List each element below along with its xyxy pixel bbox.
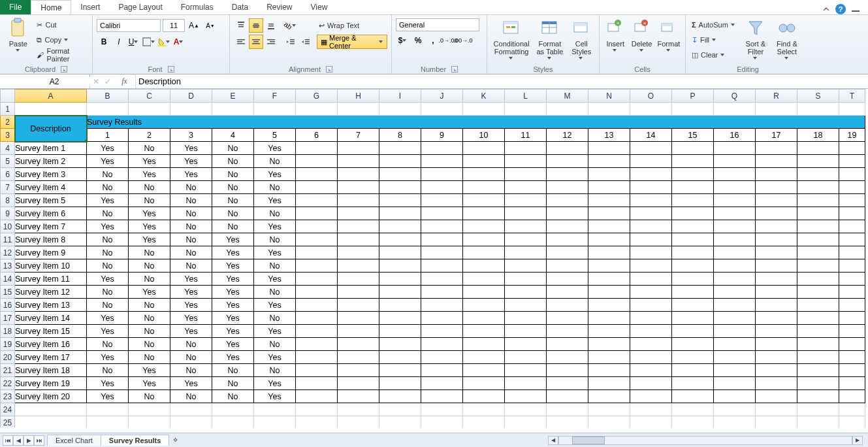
cell[interactable] [756, 168, 797, 181]
cell[interactable] [839, 194, 865, 207]
cell[interactable]: No [212, 181, 254, 194]
cell[interactable]: No [212, 390, 254, 403]
cell[interactable] [463, 312, 505, 325]
cell[interactable]: No [212, 207, 254, 220]
cell[interactable]: Yes [254, 220, 296, 233]
cell[interactable]: No [212, 155, 254, 168]
survey-col-6[interactable]: 6 [296, 129, 338, 142]
fx-icon[interactable]: fx [116, 76, 133, 86]
cell[interactable] [714, 416, 756, 428]
cell[interactable] [379, 168, 421, 181]
cell[interactable] [421, 273, 463, 286]
col-header-R[interactable]: R [756, 90, 797, 103]
cell[interactable] [839, 299, 865, 312]
cell[interactable] [756, 233, 797, 246]
cell[interactable]: Yes [212, 351, 254, 364]
cell[interactable] [379, 233, 421, 246]
cell[interactable] [296, 299, 338, 312]
cell[interactable] [421, 220, 463, 233]
cell[interactable] [588, 416, 630, 428]
cell[interactable] [379, 390, 421, 403]
cell[interactable] [421, 325, 463, 338]
cell[interactable] [505, 103, 547, 116]
cell[interactable] [547, 312, 588, 325]
cell[interactable] [505, 246, 547, 259]
col-header-H[interactable]: H [338, 90, 379, 103]
cell[interactable]: No [212, 220, 254, 233]
cell[interactable] [505, 364, 547, 377]
cell[interactable] [505, 299, 547, 312]
cell[interactable] [421, 103, 463, 116]
row-header-12[interactable]: 12 [1, 246, 15, 259]
cell[interactable]: No [87, 299, 129, 312]
survey-col-11[interactable]: 11 [505, 129, 547, 142]
cell[interactable] [505, 286, 547, 299]
cell[interactable]: No [87, 364, 129, 377]
clipboard-dialog-launcher[interactable] [61, 66, 67, 73]
cell[interactable] [672, 142, 714, 155]
row-header-14[interactable]: 14 [1, 273, 15, 286]
cell[interactable]: No [129, 325, 170, 338]
cell[interactable]: No [87, 338, 129, 351]
cell[interactable]: Yes [212, 233, 254, 246]
cell[interactable] [839, 259, 865, 273]
cell[interactable] [672, 390, 714, 403]
cell[interactable] [588, 259, 630, 273]
cell[interactable] [714, 338, 756, 351]
cell[interactable] [421, 168, 463, 181]
cell[interactable] [839, 416, 865, 428]
cell[interactable]: Yes [129, 155, 170, 168]
cell[interactable] [338, 416, 379, 428]
cell[interactable] [463, 181, 505, 194]
cell[interactable] [547, 390, 588, 403]
cell[interactable] [797, 181, 839, 194]
cell[interactable] [756, 286, 797, 299]
cell[interactable] [756, 338, 797, 351]
cell[interactable] [672, 155, 714, 168]
cell[interactable] [338, 299, 379, 312]
cell[interactable] [839, 207, 865, 220]
survey-col-7[interactable]: 7 [338, 129, 379, 142]
row-header-1[interactable]: 1 [1, 103, 15, 116]
survey-col-17[interactable]: 17 [756, 129, 797, 142]
col-header-P[interactable]: P [672, 90, 714, 103]
cell[interactable] [505, 338, 547, 351]
merge-center-button[interactable]: ▦Merge & Center [317, 35, 387, 49]
cell[interactable] [672, 194, 714, 207]
cell[interactable] [839, 181, 865, 194]
cell[interactable]: No [170, 351, 212, 364]
cell[interactable] [463, 364, 505, 377]
cell[interactable] [588, 390, 630, 403]
cell[interactable] [547, 259, 588, 273]
worksheet-grid[interactable]: ABCDEFGHIJKLMNOPQRST12DescriptionSurvey … [0, 89, 868, 427]
cell[interactable] [338, 220, 379, 233]
cell[interactable] [588, 312, 630, 325]
cell[interactable]: Yes [129, 233, 170, 246]
cell[interactable] [547, 377, 588, 390]
cell[interactable] [672, 299, 714, 312]
tab-insert[interactable]: Insert [71, 0, 109, 14]
cell[interactable] [672, 246, 714, 259]
row-header-22[interactable]: 22 [1, 377, 15, 390]
col-header-D[interactable]: D [170, 90, 212, 103]
cell[interactable]: Yes [87, 377, 129, 390]
cell[interactable] [797, 364, 839, 377]
cell[interactable] [756, 390, 797, 403]
cell[interactable] [505, 377, 547, 390]
cell[interactable] [630, 351, 672, 364]
cell[interactable] [338, 233, 379, 246]
cell[interactable] [170, 416, 212, 428]
row-header-23[interactable]: 23 [1, 390, 15, 403]
cell[interactable]: No [129, 259, 170, 273]
cell[interactable]: Yes [170, 155, 212, 168]
cell[interactable] [463, 233, 505, 246]
window-minimize-icon[interactable] [851, 6, 860, 12]
select-all-corner[interactable] [1, 90, 15, 103]
cell[interactable] [296, 416, 338, 428]
cell[interactable] [212, 416, 254, 428]
cell[interactable]: No [87, 246, 129, 259]
cell[interactable] [129, 403, 170, 416]
alignment-dialog-launcher[interactable] [326, 66, 332, 73]
cell[interactable] [797, 220, 839, 233]
ribbon-minimize-icon[interactable] [822, 5, 830, 13]
